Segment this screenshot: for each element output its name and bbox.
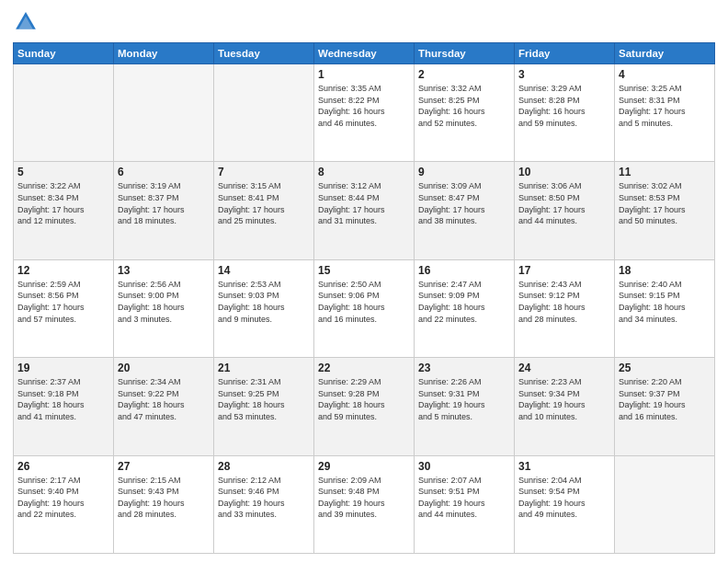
calendar-week-row: 12Sunrise: 2:59 AM Sunset: 8:56 PM Dayli…: [14, 259, 715, 357]
day-info: Sunrise: 2:40 AM Sunset: 9:15 PM Dayligh…: [619, 279, 711, 325]
day-number: 22: [318, 362, 410, 374]
day-number: 25: [619, 362, 711, 374]
day-info: Sunrise: 2:34 AM Sunset: 9:22 PM Dayligh…: [118, 376, 210, 422]
day-info: Sunrise: 2:43 AM Sunset: 9:12 PM Dayligh…: [518, 279, 610, 325]
day-number: 14: [218, 264, 310, 277]
day-info: Sunrise: 3:15 AM Sunset: 8:41 PM Dayligh…: [218, 180, 310, 226]
calendar-cell: 11Sunrise: 3:02 AM Sunset: 8:53 PM Dayli…: [615, 162, 715, 259]
day-info: Sunrise: 2:20 AM Sunset: 9:37 PM Dayligh…: [619, 376, 711, 422]
calendar-cell: 24Sunrise: 2:23 AM Sunset: 9:34 PM Dayli…: [515, 358, 615, 455]
calendar-cell: 26Sunrise: 2:17 AM Sunset: 9:40 PM Dayli…: [14, 455, 114, 553]
calendar-cell: 10Sunrise: 3:06 AM Sunset: 8:50 PM Dayli…: [515, 162, 615, 259]
day-number: 19: [17, 362, 109, 374]
day-info: Sunrise: 2:17 AM Sunset: 9:40 PM Dayligh…: [17, 475, 109, 521]
calendar-cell: [615, 455, 715, 553]
calendar-header-tuesday: Tuesday: [214, 43, 314, 64]
calendar-cell: 8Sunrise: 3:12 AM Sunset: 8:44 PM Daylig…: [314, 162, 415, 259]
calendar-cell: 16Sunrise: 2:47 AM Sunset: 9:09 PM Dayli…: [415, 259, 515, 357]
calendar-cell: 17Sunrise: 2:43 AM Sunset: 9:12 PM Dayli…: [515, 259, 615, 357]
calendar-week-row: 5Sunrise: 3:22 AM Sunset: 8:34 PM Daylig…: [14, 162, 715, 259]
day-info: Sunrise: 2:12 AM Sunset: 9:46 PM Dayligh…: [218, 475, 310, 521]
calendar-cell: 31Sunrise: 2:04 AM Sunset: 9:54 PM Dayli…: [515, 455, 615, 553]
calendar-cell: 13Sunrise: 2:56 AM Sunset: 9:00 PM Dayli…: [114, 259, 214, 357]
logo-icon: [13, 9, 39, 35]
logo: [13, 9, 42, 35]
calendar-cell: 14Sunrise: 2:53 AM Sunset: 9:03 PM Dayli…: [214, 259, 314, 357]
day-number: 3: [518, 68, 610, 81]
day-info: Sunrise: 3:29 AM Sunset: 8:28 PM Dayligh…: [518, 83, 610, 129]
day-info: Sunrise: 2:07 AM Sunset: 9:51 PM Dayligh…: [418, 475, 510, 521]
day-info: Sunrise: 2:09 AM Sunset: 9:48 PM Dayligh…: [318, 475, 410, 521]
day-info: Sunrise: 2:53 AM Sunset: 9:03 PM Dayligh…: [218, 279, 310, 325]
calendar-cell: 3Sunrise: 3:29 AM Sunset: 8:28 PM Daylig…: [515, 64, 615, 162]
calendar-week-row: 26Sunrise: 2:17 AM Sunset: 9:40 PM Dayli…: [14, 455, 715, 553]
day-number: 13: [118, 264, 210, 277]
day-number: 23: [418, 362, 510, 374]
day-info: Sunrise: 3:06 AM Sunset: 8:50 PM Dayligh…: [518, 180, 610, 226]
calendar-cell: 23Sunrise: 2:26 AM Sunset: 9:31 PM Dayli…: [415, 358, 515, 455]
day-number: 10: [518, 166, 610, 178]
day-number: 16: [418, 264, 510, 277]
calendar-cell: 28Sunrise: 2:12 AM Sunset: 9:46 PM Dayli…: [214, 455, 314, 553]
day-info: Sunrise: 2:04 AM Sunset: 9:54 PM Dayligh…: [518, 475, 610, 521]
day-info: Sunrise: 2:23 AM Sunset: 9:34 PM Dayligh…: [518, 376, 610, 422]
calendar-cell: [14, 64, 114, 162]
day-number: 6: [118, 166, 210, 178]
day-number: 24: [518, 362, 610, 374]
calendar-cell: 19Sunrise: 2:37 AM Sunset: 9:18 PM Dayli…: [14, 358, 114, 455]
calendar-cell: 15Sunrise: 2:50 AM Sunset: 9:06 PM Dayli…: [314, 259, 415, 357]
day-info: Sunrise: 2:37 AM Sunset: 9:18 PM Dayligh…: [17, 376, 109, 422]
calendar-header-row: SundayMondayTuesdayWednesdayThursdayFrid…: [14, 43, 715, 64]
day-number: 29: [318, 460, 410, 473]
calendar-header-wednesday: Wednesday: [314, 43, 415, 64]
day-number: 28: [218, 460, 310, 473]
day-info: Sunrise: 3:35 AM Sunset: 8:22 PM Dayligh…: [318, 83, 410, 129]
day-number: 9: [418, 166, 510, 178]
calendar-header-saturday: Saturday: [615, 43, 715, 64]
day-number: 31: [518, 460, 610, 473]
calendar-cell: 1Sunrise: 3:35 AM Sunset: 8:22 PM Daylig…: [314, 64, 415, 162]
day-info: Sunrise: 3:25 AM Sunset: 8:31 PM Dayligh…: [619, 83, 711, 129]
calendar-table: SundayMondayTuesdayWednesdayThursdayFrid…: [13, 42, 715, 554]
day-info: Sunrise: 2:47 AM Sunset: 9:09 PM Dayligh…: [418, 279, 510, 325]
day-info: Sunrise: 2:31 AM Sunset: 9:25 PM Dayligh…: [218, 376, 310, 422]
day-number: 21: [218, 362, 310, 374]
calendar-cell: 5Sunrise: 3:22 AM Sunset: 8:34 PM Daylig…: [14, 162, 114, 259]
day-info: Sunrise: 2:59 AM Sunset: 8:56 PM Dayligh…: [17, 279, 109, 325]
calendar-cell: 30Sunrise: 2:07 AM Sunset: 9:51 PM Dayli…: [415, 455, 515, 553]
day-number: 8: [318, 166, 410, 178]
calendar-cell: 25Sunrise: 2:20 AM Sunset: 9:37 PM Dayli…: [615, 358, 715, 455]
calendar-cell: 27Sunrise: 2:15 AM Sunset: 9:43 PM Dayli…: [114, 455, 214, 553]
day-info: Sunrise: 3:09 AM Sunset: 8:47 PM Dayligh…: [418, 180, 510, 226]
day-number: 18: [619, 264, 711, 277]
day-info: Sunrise: 2:26 AM Sunset: 9:31 PM Dayligh…: [418, 376, 510, 422]
calendar-week-row: 19Sunrise: 2:37 AM Sunset: 9:18 PM Dayli…: [14, 358, 715, 455]
calendar-header-friday: Friday: [515, 43, 615, 64]
calendar-cell: 18Sunrise: 2:40 AM Sunset: 9:15 PM Dayli…: [615, 259, 715, 357]
calendar-cell: 21Sunrise: 2:31 AM Sunset: 9:25 PM Dayli…: [214, 358, 314, 455]
day-number: 4: [619, 68, 711, 81]
calendar-cell: 6Sunrise: 3:19 AM Sunset: 8:37 PM Daylig…: [114, 162, 214, 259]
day-number: 20: [118, 362, 210, 374]
calendar-cell: [114, 64, 214, 162]
day-number: 26: [17, 460, 109, 473]
header: [13, 9, 715, 35]
day-number: 12: [17, 264, 109, 277]
day-number: 5: [17, 166, 109, 178]
day-number: 17: [518, 264, 610, 277]
calendar-cell: 22Sunrise: 2:29 AM Sunset: 9:28 PM Dayli…: [314, 358, 415, 455]
day-number: 2: [418, 68, 510, 81]
day-info: Sunrise: 3:12 AM Sunset: 8:44 PM Dayligh…: [318, 180, 410, 226]
calendar-cell: 20Sunrise: 2:34 AM Sunset: 9:22 PM Dayli…: [114, 358, 214, 455]
calendar-header-sunday: Sunday: [14, 43, 114, 64]
calendar-week-row: 1Sunrise: 3:35 AM Sunset: 8:22 PM Daylig…: [14, 64, 715, 162]
calendar-cell: [214, 64, 314, 162]
day-number: 27: [118, 460, 210, 473]
day-number: 7: [218, 166, 310, 178]
calendar-cell: 4Sunrise: 3:25 AM Sunset: 8:31 PM Daylig…: [615, 64, 715, 162]
calendar-header-thursday: Thursday: [415, 43, 515, 64]
calendar-cell: 7Sunrise: 3:15 AM Sunset: 8:41 PM Daylig…: [214, 162, 314, 259]
day-info: Sunrise: 2:50 AM Sunset: 9:06 PM Dayligh…: [318, 279, 410, 325]
day-number: 11: [619, 166, 711, 178]
day-info: Sunrise: 3:22 AM Sunset: 8:34 PM Dayligh…: [17, 180, 109, 226]
